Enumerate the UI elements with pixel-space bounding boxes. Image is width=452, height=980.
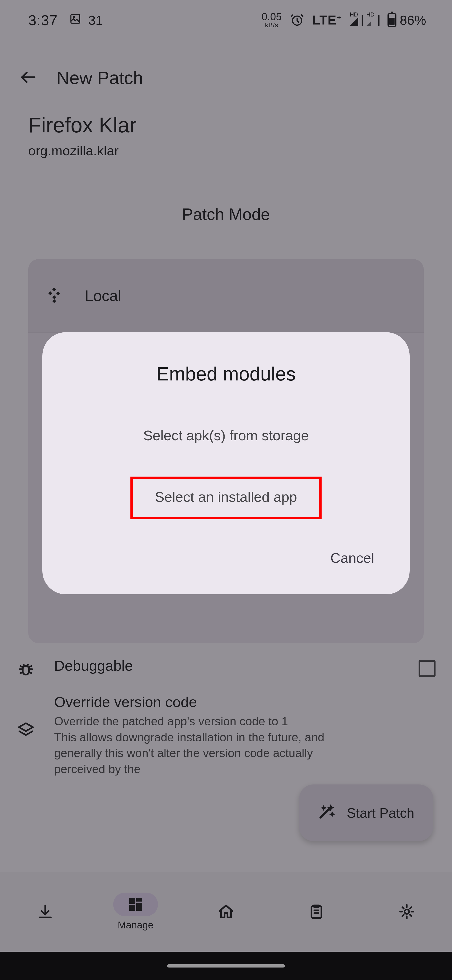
dialog-cancel-button[interactable]: Cancel: [330, 550, 374, 566]
dialog-option-select-installed-app[interactable]: Select an installed app: [130, 477, 322, 519]
dialog-title: Embed modules: [42, 363, 410, 385]
embed-modules-dialog: Embed modules Select apk(s) from storage…: [42, 332, 410, 594]
dialog-option-select-from-storage[interactable]: Select apk(s) from storage: [134, 423, 318, 448]
